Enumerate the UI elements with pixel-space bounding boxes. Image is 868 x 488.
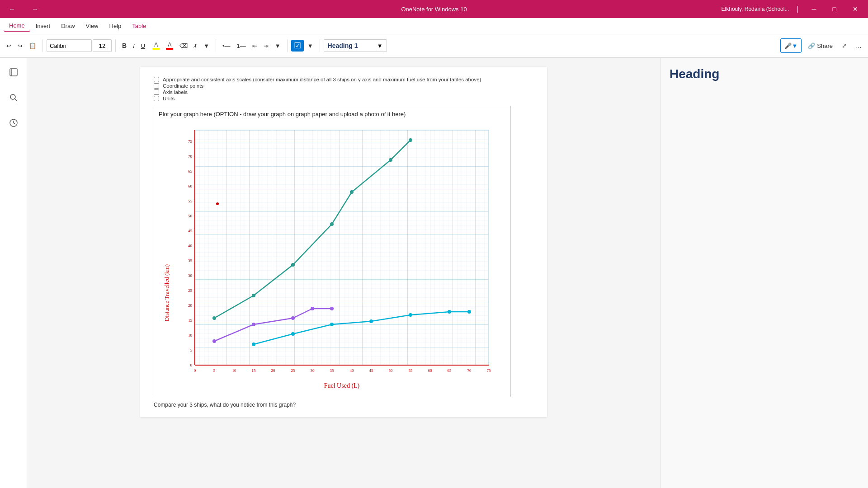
heading-preview: Heading [670, 67, 859, 81]
menu-table[interactable]: Table [127, 21, 151, 31]
red-dot [216, 202, 219, 205]
separator-5 [320, 39, 320, 52]
svg-point-2 [10, 94, 15, 99]
checklist-item-2: Coordinate points [154, 83, 533, 89]
y-axis-label: Distance Travelled (km) [163, 264, 170, 321]
svg-text:75: 75 [487, 368, 491, 373]
main-content[interactable]: Appropriate and consistent axis scales (… [27, 58, 660, 488]
expand-button[interactable]: ⤢ [839, 38, 849, 53]
clear-format-button[interactable]: T̸ [191, 38, 200, 53]
svg-text:40: 40 [350, 368, 354, 373]
svg-text:75: 75 [188, 139, 193, 144]
undo-button[interactable]: ↩ [4, 38, 14, 53]
svg-text:20: 20 [271, 368, 276, 373]
y-axis-labels: 0 5 10 15 20 25 30 35 40 45 50 55 60 65 [188, 139, 193, 367]
forward-button[interactable]: → [26, 4, 43, 14]
heading-style-dropdown[interactable]: Heading 1 ▼ [324, 39, 387, 52]
app-layout: Appropriate and consistent axis scales (… [0, 58, 868, 488]
cyan-point-6 [448, 310, 451, 314]
list-group: •— 1— ⇤ ⇥ ▼ [220, 38, 283, 53]
italic-button[interactable]: I [130, 38, 137, 53]
svg-text:50: 50 [188, 214, 193, 218]
separator-3 [216, 39, 216, 52]
svg-text:55: 55 [188, 199, 193, 203]
graph-svg: 0 5 10 15 20 25 30 35 40 45 50 55 60 65 [159, 121, 502, 392]
mic-arrow: ▼ [792, 42, 797, 49]
eraser-button[interactable]: ⌫ [177, 38, 190, 53]
right-panel: Heading [660, 58, 868, 488]
undo-redo-group: ↩ ↪ 📋 [4, 38, 39, 53]
svg-text:35: 35 [330, 368, 335, 373]
text-color-button[interactable]: A [163, 38, 176, 53]
sidebar-search-icon[interactable] [5, 89, 23, 107]
toolbar-right: 🎤 ▼ 🔗 Share ⤢ … [780, 38, 864, 53]
graph-title: Plot your graph here (OPTION - draw your… [159, 111, 506, 117]
cyan-point-7 [467, 310, 471, 314]
mic-button[interactable]: 🎤 ▼ [780, 38, 802, 53]
more-button[interactable]: … [853, 38, 864, 53]
menu-help[interactable]: Help [104, 21, 127, 31]
highlight-button[interactable]: A [150, 38, 162, 53]
checklist-checkbox-3[interactable] [154, 89, 159, 95]
menu-home[interactable]: Home [4, 20, 30, 32]
note-page: Appropriate and consistent axis scales (… [140, 67, 547, 417]
svg-text:50: 50 [389, 368, 393, 373]
checklist-label-1: Appropriate and consistent axis scales (… [163, 77, 481, 82]
green-point-7 [409, 138, 412, 142]
checkbox-more-button[interactable]: ▼ [305, 38, 316, 53]
menu-insert[interactable]: Insert [30, 21, 56, 31]
font-family-input[interactable] [47, 39, 92, 52]
format-more-button[interactable]: ▼ [201, 38, 212, 53]
svg-text:20: 20 [188, 303, 193, 308]
svg-text:25: 25 [291, 368, 296, 373]
cyan-point-1 [252, 343, 255, 346]
bottom-text: Compare your 3 ships, what do you notice… [154, 402, 533, 408]
x-axis-label: Fuel Used (L) [324, 382, 360, 389]
sidebar-recent-icon[interactable] [5, 114, 23, 132]
checkbox-button[interactable]: ☑ [291, 40, 304, 52]
user-name: Elkhouly, Rodaina (School... [722, 6, 789, 12]
svg-text:65: 65 [188, 169, 193, 174]
svg-line-3 [15, 99, 17, 101]
bold-button[interactable]: B [119, 38, 129, 53]
font-size-input[interactable] [93, 39, 112, 52]
checklist-label-3: Axis labels [163, 89, 188, 95]
svg-line-6 [14, 123, 15, 124]
clipboard-button[interactable]: 📋 [26, 38, 39, 53]
checklist-item-3: Axis labels [154, 89, 533, 95]
purple-point-4 [311, 307, 314, 310]
bullet-list-button[interactable]: •— [220, 38, 233, 53]
svg-text:60: 60 [188, 184, 193, 188]
checklist-checkbox-4[interactable] [154, 96, 159, 101]
svg-text:10: 10 [188, 333, 193, 338]
title-bar-right: Elkhouly, Rodaina (School... | ─ □ ✕ [722, 0, 864, 18]
menu-draw[interactable]: Draw [56, 21, 80, 31]
checklist-checkbox-1[interactable] [154, 77, 159, 82]
share-button[interactable]: 🔗 Share [805, 38, 835, 53]
cyan-point-2 [291, 332, 295, 336]
svg-text:45: 45 [369, 368, 374, 373]
numbered-list-button[interactable]: 1— [234, 38, 249, 53]
back-button[interactable]: ← [4, 4, 21, 14]
x-axis-labels: 0 5 10 15 20 25 30 35 40 45 50 55 60 65 [194, 368, 491, 373]
green-point-4 [330, 222, 334, 226]
list-more-button[interactable]: ▼ [272, 38, 283, 53]
checklist-checkbox-2[interactable] [154, 83, 159, 89]
font-group [47, 39, 112, 52]
outdent-button[interactable]: ⇤ [250, 38, 260, 53]
separator-4 [287, 39, 288, 52]
svg-text:15: 15 [252, 368, 256, 373]
close-button[interactable]: ✕ [846, 0, 864, 18]
minimize-button[interactable]: ─ [806, 0, 823, 18]
menu-view[interactable]: View [80, 21, 104, 31]
separator-1 [42, 39, 43, 52]
underline-button[interactable]: U [138, 38, 148, 53]
indent-button[interactable]: ⇥ [261, 38, 271, 53]
green-point-5 [350, 190, 354, 194]
maximize-button[interactable]: □ [826, 0, 843, 18]
left-sidebar [0, 58, 27, 488]
sidebar-notebooks-icon[interactable] [5, 63, 23, 81]
highlight-group: A A ⌫ T̸ ▼ [150, 38, 212, 53]
graph-container: Plot your graph here (OPTION - draw your… [154, 106, 511, 397]
redo-button[interactable]: ↪ [15, 38, 25, 53]
